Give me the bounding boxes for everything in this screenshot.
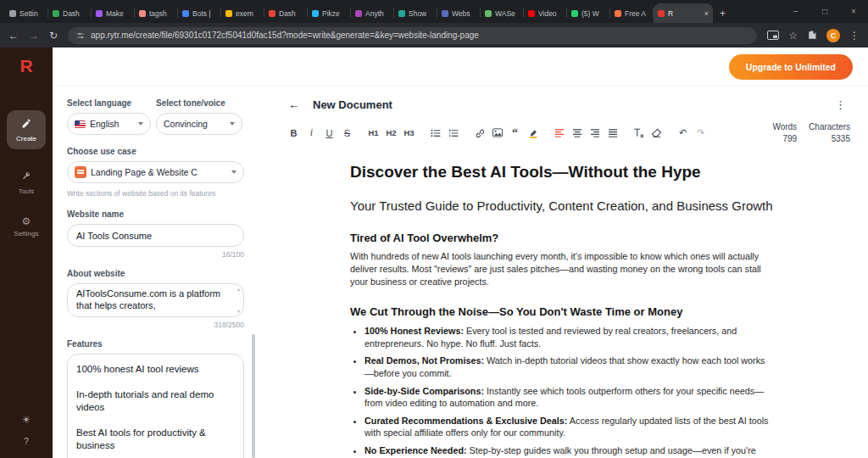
about-textarea[interactable]: AIToolsConsume.com is a platform that he… [67, 283, 244, 317]
profile-avatar[interactable]: C [826, 29, 840, 42]
underline-button[interactable]: U [324, 128, 335, 138]
pip-icon[interactable] [767, 28, 779, 43]
upgrade-button[interactable]: Upgrade to Unlimited [729, 54, 853, 80]
characters-value: 5335 [809, 133, 850, 145]
browser-tab[interactable]: Anyth × [351, 3, 394, 23]
feature-item: In-depth tutorials and real demo videos [76, 388, 235, 414]
feature-item: Best AI tools for productivity & busines… [76, 427, 235, 452]
tab-close-icon[interactable]: × [704, 9, 709, 18]
words-stat: Words 799 [772, 121, 797, 144]
align-right-button[interactable] [589, 129, 600, 137]
tools-label: Tools [19, 187, 35, 195]
bookmark-star-icon[interactable]: ☆ [788, 30, 798, 42]
browser-tab[interactable]: (5) W × [567, 3, 610, 23]
tone-select[interactable]: Convincing [156, 113, 242, 135]
characters-label: Characters [809, 121, 850, 133]
numbered-list-button[interactable] [448, 129, 459, 137]
panel-scrollbar[interactable] [252, 334, 255, 458]
browser-tab[interactable]: WASe × [481, 3, 524, 23]
language-label: Select language [67, 98, 151, 108]
browser-tab[interactable]: R × [654, 3, 713, 23]
sidebar-item-settings[interactable]: ⚙ Settings [14, 215, 39, 237]
features-textarea[interactable]: 100% honest AI tool reviewsIn-depth tuto… [67, 354, 244, 458]
tab-label: tagsh [149, 9, 174, 18]
tab-favicon-icon [225, 10, 232, 17]
align-justify-button[interactable] [607, 129, 618, 137]
sidebar-item-create[interactable]: Create [7, 110, 46, 149]
back-icon[interactable]: ← [8, 30, 19, 42]
doc-bullet: No Experience Needed: Step-by-step guide… [364, 444, 774, 458]
forward-icon[interactable]: → [29, 30, 39, 42]
website-name-counter: 16/100 [67, 250, 244, 259]
browser-tab[interactable]: Dash × [264, 3, 308, 23]
extensions-puzzle-icon[interactable] [807, 28, 817, 43]
tab-favicon-icon [182, 10, 189, 17]
image-button[interactable] [492, 128, 503, 137]
blockquote-button[interactable]: “ [509, 129, 520, 137]
help-icon[interactable]: ? [24, 437, 29, 446]
settings-label: Settings [14, 230, 39, 237]
textarea-scroll-arrows-icon[interactable]: ▲▼ [236, 287, 241, 314]
browser-tab[interactable]: Make × [92, 3, 135, 23]
align-center-button[interactable] [571, 129, 582, 137]
italic-button[interactable]: i [306, 126, 317, 139]
bullet-list-button[interactable] [430, 129, 441, 137]
doc-header: ← New Document ⋮ [256, 87, 868, 114]
tab-label: Settin [19, 9, 44, 18]
browser-tab[interactable]: Settin × [5, 3, 48, 23]
browser-tab[interactable]: Webs × [437, 3, 481, 23]
doc-back-icon[interactable]: ← [288, 98, 300, 111]
create-label: Create [16, 135, 36, 142]
theme-toggle-sun-icon[interactable]: ☀ [22, 414, 31, 426]
tab-label: WASe [495, 9, 520, 18]
tab-label: exem [236, 9, 260, 18]
new-tab-button[interactable]: + [713, 8, 732, 23]
doc-content[interactable]: Discover the Best AI Tools—Without the H… [350, 151, 774, 458]
form-panel: Select language English Select tone/voic… [53, 87, 256, 458]
language-select[interactable]: English [67, 113, 151, 135]
h3-button[interactable]: H3 [403, 128, 415, 137]
browser-tab[interactable]: Bots | × [178, 3, 221, 23]
sidebar-item-tools[interactable]: Tools [19, 170, 35, 195]
bold-button[interactable]: B [288, 128, 299, 138]
editor: ← New Document ⋮ B i U S H1 H2 H3 [256, 87, 868, 458]
undo-button[interactable]: ↶ [677, 127, 688, 138]
tab-label: (5) W [581, 9, 606, 18]
characters-stat: Characters 5335 [809, 121, 850, 144]
browser-tab[interactable]: exem × [221, 3, 264, 23]
usecase-select[interactable]: Landing Page & Website C [67, 161, 244, 183]
doc-menu-icon[interactable]: ⋮ [835, 98, 846, 111]
browser-menu-icon[interactable]: ⋮ [849, 30, 860, 42]
url-bar[interactable]: app.rytr.me/create/file/69301c0172cf5041… [68, 27, 757, 44]
highlighter-button[interactable] [527, 127, 538, 138]
website-name-input[interactable] [67, 224, 244, 247]
refresh-icon[interactable]: ↻ [49, 30, 58, 42]
minimize-button[interactable]: − [782, 0, 810, 23]
editor-toolbar: B i U S H1 H2 H3 [256, 114, 868, 151]
redo-button[interactable]: ↷ [695, 127, 706, 138]
clear-format-button[interactable] [633, 128, 644, 138]
strikethrough-button[interactable]: S [342, 128, 353, 138]
h1-button[interactable]: H1 [368, 128, 379, 137]
browser-tab[interactable]: Show × [394, 3, 437, 23]
rytr-logo[interactable]: R [19, 56, 32, 76]
h2-button[interactable]: H2 [386, 128, 397, 137]
url-text: app.rytr.me/create/file/69301c0172cf5041… [91, 31, 479, 40]
link-button[interactable] [474, 128, 485, 138]
browser-tab[interactable]: tagsh × [135, 3, 178, 23]
browser-addressbar: ← → ↻ app.rytr.me/create/file/69301c0172… [0, 23, 868, 47]
tune-icon[interactable] [76, 31, 85, 40]
close-button[interactable]: × [839, 0, 868, 23]
settings-gear-icon: ⚙ [22, 215, 31, 227]
screen: Settin × Dash × Make × tagsh × Bots | × [0, 0, 868, 458]
align-left-button[interactable] [554, 129, 565, 137]
sidebar-rail: R Create Tools ⚙ Settings ☀ ? [0, 47, 53, 458]
maximize-button[interactable]: □ [810, 0, 839, 23]
tab-favicon-icon [355, 10, 362, 17]
browser-tab[interactable]: Pikze × [308, 3, 351, 23]
browser-tab[interactable]: Dash × [48, 3, 92, 23]
browser-tab[interactable]: Video × [524, 3, 567, 23]
eraser-button[interactable] [651, 128, 662, 137]
browser-tab[interactable]: Free A × [610, 3, 654, 23]
features-label: Features [67, 339, 244, 349]
